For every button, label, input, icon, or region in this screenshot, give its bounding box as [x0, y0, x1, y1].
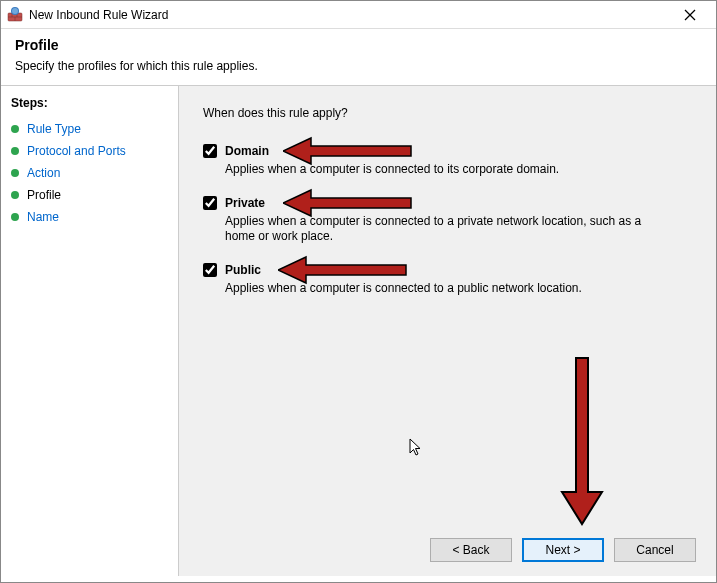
close-button[interactable]: [670, 1, 710, 28]
page-title: Profile: [15, 37, 702, 53]
option-private-group: Private Applies when a computer is conne…: [203, 196, 692, 245]
step-label: Action: [27, 166, 60, 180]
step-name[interactable]: Name: [1, 206, 178, 228]
steps-title: Steps:: [1, 92, 178, 114]
svg-marker-11: [278, 257, 406, 283]
cursor-icon: [409, 438, 425, 461]
next-button[interactable]: Next >: [522, 538, 604, 562]
option-private-desc: Applies when a computer is connected to …: [225, 214, 655, 245]
step-label: Protocol and Ports: [27, 144, 126, 158]
bullet-icon: [11, 125, 19, 133]
wizard-header: Profile Specify the profiles for which t…: [1, 29, 716, 85]
option-domain-label: Domain: [225, 144, 269, 158]
svg-marker-12: [562, 358, 602, 524]
bullet-icon: [11, 169, 19, 177]
button-bar: < Back Next > Cancel: [430, 538, 696, 562]
steps-panel: Steps: Rule Type Protocol and Ports Acti…: [1, 86, 179, 576]
svg-point-6: [12, 8, 18, 14]
checkbox-private[interactable]: [203, 196, 217, 210]
steps-list: Rule Type Protocol and Ports Action Prof…: [1, 118, 178, 228]
step-label: Name: [27, 210, 59, 224]
svg-marker-10: [283, 190, 411, 216]
bullet-icon: [11, 191, 19, 199]
option-domain-group: Domain Applies when a computer is connec…: [203, 144, 692, 178]
step-profile[interactable]: Profile: [1, 184, 178, 206]
step-action[interactable]: Action: [1, 162, 178, 184]
back-button[interactable]: < Back: [430, 538, 512, 562]
bullet-icon: [11, 147, 19, 155]
titlebar: New Inbound Rule Wizard: [1, 1, 716, 29]
option-private-label: Private: [225, 196, 265, 210]
svg-marker-9: [283, 138, 411, 164]
step-label: Rule Type: [27, 122, 81, 136]
annotation-arrow-next: [560, 356, 604, 526]
option-public-label: Public: [225, 263, 261, 277]
cancel-button[interactable]: Cancel: [614, 538, 696, 562]
close-icon: [684, 9, 696, 21]
firewall-icon: [7, 7, 23, 23]
option-domain-desc: Applies when a computer is connected to …: [225, 162, 655, 178]
bullet-icon: [11, 213, 19, 221]
wizard-body: Steps: Rule Type Protocol and Ports Acti…: [1, 85, 716, 576]
step-protocol-and-ports[interactable]: Protocol and Ports: [1, 140, 178, 162]
option-public-group: Public Applies when a computer is connec…: [203, 263, 692, 297]
option-public-desc: Applies when a computer is connected to …: [225, 281, 655, 297]
checkbox-public[interactable]: [203, 263, 217, 277]
content-question: When does this rule apply?: [203, 106, 692, 120]
step-rule-type[interactable]: Rule Type: [1, 118, 178, 140]
page-subtitle: Specify the profiles for which this rule…: [15, 59, 702, 73]
checkbox-domain[interactable]: [203, 144, 217, 158]
content-panel: When does this rule apply? Domain Applie…: [179, 86, 716, 576]
window-title: New Inbound Rule Wizard: [29, 8, 670, 22]
step-label: Profile: [27, 188, 61, 202]
